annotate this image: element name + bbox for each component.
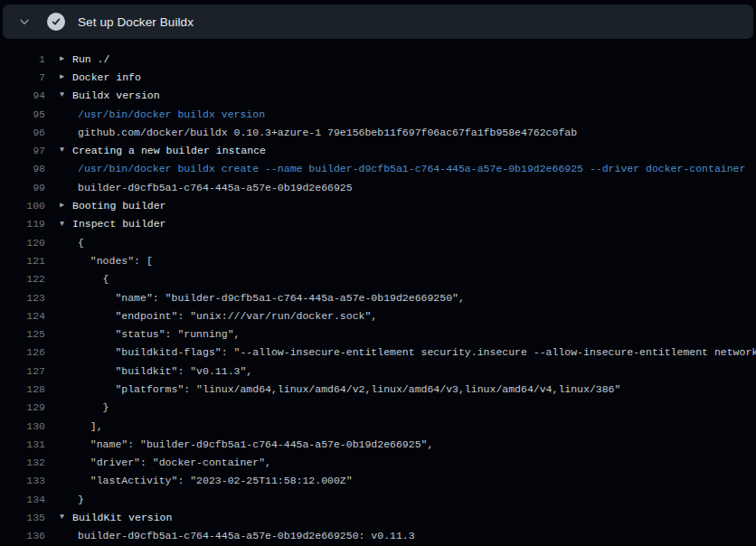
line-number[interactable]: 98: [0, 163, 45, 174]
log-line: 125 "status": "running",: [0, 325, 756, 343]
line-number[interactable]: 99: [0, 182, 45, 193]
log-group-header[interactable]: ▼BuildKit version: [60, 512, 172, 523]
group-title[interactable]: Inspect builder: [72, 218, 166, 230]
log-line: 130 ],: [0, 417, 756, 435]
log-text: "lastActivity": "2023-02-25T11:58:12.000…: [78, 475, 353, 486]
log-content: "status": "running",: [60, 328, 240, 340]
log-text: {: [78, 273, 109, 285]
log-content: github.com/docker/buildx 0.10.3+azure-1 …: [60, 127, 577, 138]
step-header[interactable]: Set up Docker Buildx: [3, 5, 753, 39]
log-content: "endpoint": "unix:///var/run/docker.sock…: [60, 310, 377, 322]
log-line: 121 "nodes": [: [0, 251, 756, 269]
line-number[interactable]: 131: [0, 438, 45, 450]
step-title: Set up Docker Buildx: [78, 15, 194, 29]
log-line: 135▼BuildKit version: [0, 508, 756, 526]
line-number[interactable]: 96: [0, 127, 45, 138]
line-number[interactable]: 135: [0, 512, 45, 523]
log-line: 123 "name": "builder-d9cfb5a1-c764-445a-…: [0, 288, 756, 306]
log-content: "nodes": [: [60, 255, 153, 267]
log-content: "lastActivity": "2023-02-25T11:58:12.000…: [60, 475, 353, 486]
chevron-down-icon[interactable]: [17, 14, 32, 29]
line-number[interactable]: 127: [0, 365, 45, 377]
log-text: "driver": "docker-container",: [78, 457, 271, 468]
log-content: /usr/bin/docker buildx version: [60, 108, 265, 120]
chevron-collapsed-icon[interactable]: ▶: [60, 202, 72, 210]
log-line: 97▼Creating a new builder instance: [0, 141, 756, 159]
log-text: "name": "builder-d9cfb5a1-c764-445a-a57e…: [78, 438, 433, 450]
group-title[interactable]: Buildx version: [72, 89, 160, 101]
log-line: 122 {: [0, 270, 756, 288]
log-line: 131 "name": "builder-d9cfb5a1-c764-445a-…: [0, 435, 756, 453]
group-title[interactable]: Creating a new builder instance: [72, 145, 266, 156]
chevron-expanded-icon[interactable]: ▼: [60, 513, 72, 522]
line-number[interactable]: 94: [0, 89, 45, 101]
line-number[interactable]: 128: [0, 383, 45, 395]
log-group-header[interactable]: ▼Creating a new builder instance: [60, 145, 266, 156]
log-content: {: [60, 237, 84, 249]
log-line: 133 "lastActivity": "2023-02-25T11:58:12…: [0, 472, 756, 490]
log-group-header[interactable]: ▶Docker info: [60, 71, 141, 83]
log-line: 1▶Run ./: [0, 50, 756, 68]
line-number[interactable]: 132: [0, 457, 45, 468]
line-number[interactable]: 95: [0, 108, 45, 120]
group-title[interactable]: Docker info: [72, 71, 141, 83]
line-number[interactable]: 122: [0, 273, 45, 285]
log-line: 120{: [0, 233, 756, 251]
line-number[interactable]: 136: [0, 530, 45, 541]
log-line: 134}: [0, 490, 756, 508]
chevron-expanded-icon[interactable]: ▼: [60, 91, 72, 99]
line-number[interactable]: 120: [0, 237, 45, 249]
line-number[interactable]: 97: [0, 145, 45, 156]
log-content: builder-d9cfb5a1-c764-445a-a57e-0b19d2e6…: [60, 530, 415, 541]
line-number[interactable]: 133: [0, 475, 45, 486]
line-number[interactable]: 119: [0, 218, 45, 230]
line-number[interactable]: 7: [0, 71, 45, 83]
log-line: 94▼Buildx version: [0, 87, 756, 105]
group-title[interactable]: BuildKit version: [72, 512, 172, 523]
log-line: 128 "platforms": "linux/amd64,linux/amd6…: [0, 380, 756, 398]
log-text: "buildkitd-flags": "--allow-insecure-ent…: [78, 346, 756, 358]
log-content: ],: [60, 420, 103, 432]
chevron-expanded-icon[interactable]: ▼: [60, 221, 72, 229]
group-title[interactable]: Booting builder: [72, 200, 166, 212]
log-text: builder-d9cfb5a1-c764-445a-a57e-0b19d2e6…: [78, 530, 415, 541]
line-number[interactable]: 130: [0, 420, 45, 432]
log-line: 136builder-d9cfb5a1-c764-445a-a57e-0b19d…: [0, 527, 756, 545]
log-text: "platforms": "linux/amd64,linux/amd64/v2…: [78, 383, 620, 395]
log-text: "endpoint": "unix:///var/run/docker.sock…: [78, 310, 377, 322]
chevron-collapsed-icon[interactable]: ▶: [60, 73, 72, 81]
log-line: 119▼Inspect builder: [0, 215, 756, 233]
line-number[interactable]: 1: [0, 53, 45, 65]
log-line: 95/usr/bin/docker buildx version: [0, 105, 756, 123]
line-number[interactable]: 100: [0, 200, 45, 212]
log-content: }: [60, 494, 84, 505]
line-number[interactable]: 124: [0, 310, 45, 322]
log-line: 124 "endpoint": "unix:///var/run/docker.…: [0, 306, 756, 325]
log-group-header[interactable]: ▶Run ./: [60, 53, 109, 65]
chevron-expanded-icon[interactable]: ▼: [60, 146, 72, 155]
log-group-header[interactable]: ▼Buildx version: [60, 89, 160, 101]
line-number[interactable]: 134: [0, 494, 45, 505]
log-content: "buildkit": "v0.11.3",: [60, 365, 252, 377]
log-content: "name": "builder-d9cfb5a1-c764-445a-a57e…: [60, 292, 465, 304]
log-text: }: [78, 401, 109, 413]
log-content: "name": "builder-d9cfb5a1-c764-445a-a57e…: [60, 438, 433, 450]
line-number[interactable]: 121: [0, 255, 45, 267]
log-line: 96github.com/docker/buildx 0.10.3+azure-…: [0, 123, 756, 141]
log-line: 126 "buildkitd-flags": "--allow-insecure…: [0, 344, 756, 362]
line-number[interactable]: 123: [0, 292, 45, 304]
log-text: }: [78, 494, 84, 505]
line-number[interactable]: 129: [0, 401, 45, 413]
chevron-collapsed-icon[interactable]: ▶: [60, 55, 72, 63]
log-group-header[interactable]: ▼Inspect builder: [60, 218, 166, 230]
log-text: "buildkit": "v0.11.3",: [78, 365, 252, 377]
log-line: 132 "driver": "docker-container",: [0, 454, 756, 472]
log-content: "buildkitd-flags": "--allow-insecure-ent…: [60, 346, 756, 358]
log-group-header[interactable]: ▶Booting builder: [60, 200, 166, 212]
log-content: {: [60, 273, 109, 285]
log-content: "driver": "docker-container",: [60, 457, 271, 468]
line-number[interactable]: 126: [0, 346, 45, 358]
group-title[interactable]: Run ./: [72, 53, 109, 65]
line-number[interactable]: 125: [0, 328, 45, 340]
log-line: 99builder-d9cfb5a1-c764-445a-a57e-0b19d2…: [0, 178, 756, 196]
